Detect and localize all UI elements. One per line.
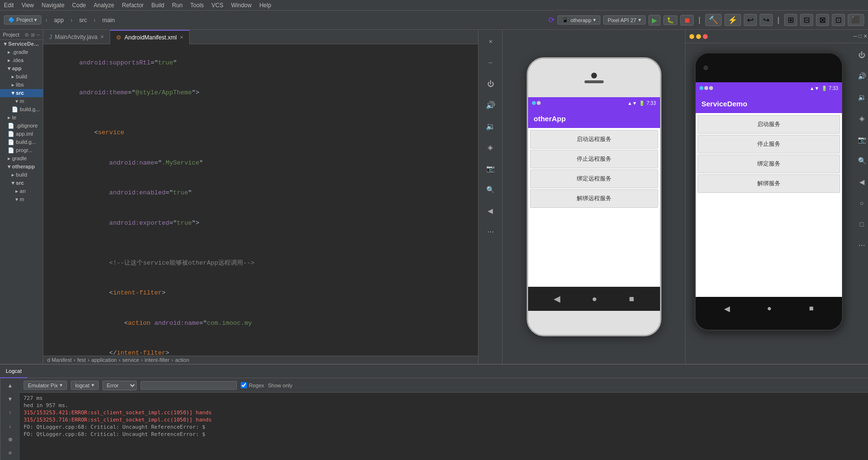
nav-home-left[interactable]: ●: [592, 294, 597, 304]
tab-mainactivity-close[interactable]: ✕: [100, 34, 104, 39]
layout-btn-5[interactable]: ⬛: [848, 14, 864, 26]
menu-tools[interactable]: Tools: [190, 2, 204, 9]
nav-recent-right[interactable]: ■: [809, 304, 814, 313]
emu-screenshot-btn-right[interactable]: 📷: [854, 132, 868, 147]
menu-help[interactable]: Help: [259, 2, 272, 9]
logcat-icon-5[interactable]: ⊗: [2, 434, 18, 445]
logcat-icon-1[interactable]: ▲: [2, 380, 18, 391]
emu-window-right[interactable]: [696, 34, 701, 39]
logcat-icon-2[interactable]: ▼: [2, 394, 18, 404]
emu-screenshot-btn-left[interactable]: 📷: [483, 161, 498, 176]
layout-btn-4[interactable]: ⊡: [832, 14, 845, 26]
sidebar-item-src[interactable]: ▾ src: [0, 89, 43, 97]
menu-build[interactable]: Build: [152, 2, 165, 9]
build-btn-3[interactable]: ↩: [744, 14, 757, 26]
src-path[interactable]: src: [76, 16, 90, 25]
sidebar-item-libs[interactable]: ▸ libs: [0, 81, 43, 89]
menu-view[interactable]: View: [22, 2, 34, 9]
stop-button[interactable]: ⏹: [680, 15, 694, 26]
debug-button[interactable]: 🐛: [663, 15, 677, 25]
layout-btn-2[interactable]: ⊟: [800, 14, 813, 26]
emu-vol-down-btn-right[interactable]: 🔉: [854, 89, 868, 105]
nav-back-right[interactable]: ◀: [724, 304, 730, 313]
sidebar-item-idea[interactable]: ▸ .idea: [0, 56, 43, 64]
main-path[interactable]: main: [99, 16, 117, 25]
project-selector[interactable]: 🔷 Project ▾: [4, 15, 41, 25]
sidebar-item-gradle[interactable]: ▸ .gradle: [0, 48, 43, 56]
emu-vol-down-btn-left[interactable]: 🔉: [483, 118, 498, 134]
sidebar-item-gradle2[interactable]: ▸ gradle: [0, 154, 43, 163]
logcat-search-input[interactable]: [141, 381, 237, 390]
emu-close-btn[interactable]: ✕: [483, 34, 498, 49]
phone-btn-start-remote[interactable]: 启动远程服务: [530, 130, 658, 149]
emu-back-btn-left[interactable]: ◀: [483, 203, 498, 218]
nav-home-right[interactable]: ●: [767, 304, 772, 313]
menu-window[interactable]: Window: [231, 2, 252, 9]
sidebar-item-gitignore[interactable]: 📄 .gitignore: [0, 122, 43, 130]
sidebar-item-buildg[interactable]: 📄 build.g...: [0, 138, 43, 146]
menu-run[interactable]: Run: [172, 2, 182, 9]
logcat-icon-4[interactable]: ↓: [2, 421, 18, 431]
menu-navigate[interactable]: Navigate: [41, 2, 64, 9]
phone-btn-stop-remote[interactable]: 停止远程服务: [530, 150, 658, 168]
emu-square-btn-right[interactable]: □: [854, 217, 868, 232]
emu-zoom-btn-left[interactable]: 🔍: [483, 182, 498, 197]
emu-vol-up-btn-left[interactable]: 🔊: [483, 97, 498, 113]
sidebar-item-build[interactable]: ▸ build: [0, 73, 43, 81]
phone-btn-stop-service[interactable]: 停止服务: [698, 135, 840, 153]
sidebar-item-src2[interactable]: ▾ src: [0, 179, 43, 187]
app-path[interactable]: app: [51, 16, 66, 25]
tab-logcat[interactable]: Logcat: [0, 365, 27, 378]
log-level-select[interactable]: Error Verbose Debug Info Warn: [103, 381, 137, 390]
layout-btn-3[interactable]: ⊠: [816, 14, 829, 26]
run-button[interactable]: ▶: [648, 15, 661, 26]
sidebar-item-an[interactable]: ▸ an: [0, 187, 43, 195]
emu-power-btn-right[interactable]: ⏻: [854, 47, 868, 63]
sidebar-item-te[interactable]: ▸ te: [0, 114, 43, 122]
emu-minimize-right[interactable]: [689, 34, 694, 39]
sidebar-layout-icon[interactable]: ⊞: [31, 32, 35, 38]
nav-back-left[interactable]: ◀: [554, 294, 560, 304]
sidebar-item-m1[interactable]: ▾ m: [0, 97, 43, 105]
emulator-selector[interactable]: Emulator Pix ▾: [24, 381, 67, 390]
regex-checkbox[interactable]: [241, 382, 247, 388]
emu-close-right[interactable]: [703, 34, 708, 39]
tab-androidmanifest[interactable]: ⚙ AndroidManifest.xml ✕: [110, 30, 190, 44]
menu-vcs[interactable]: VCS: [211, 2, 223, 9]
emu-rotate-btn-left[interactable]: ◈: [483, 140, 498, 155]
breadcrumb-action[interactable]: action: [175, 357, 189, 363]
emu-rotate-btn-right[interactable]: ◈: [854, 111, 868, 126]
sidebar-settings-icon[interactable]: ⚙: [25, 32, 29, 38]
phone-btn-bind-service[interactable]: 绑定服务: [698, 154, 840, 173]
emu-more-btn-left[interactable]: ⋯: [483, 224, 498, 240]
emu-more-btn-right[interactable]: ⋯: [854, 238, 868, 253]
editor-content[interactable]: android:supportsRtl="true" android:theme…: [43, 44, 478, 356]
nav-recent-left[interactable]: ■: [629, 294, 635, 304]
emu-power-btn-left[interactable]: ⏻: [483, 76, 498, 91]
emu-back-btn-right[interactable]: ◀: [854, 174, 868, 190]
sidebar-item-app[interactable]: ▾ app: [0, 64, 43, 73]
phone-btn-unbind-service[interactable]: 解绑服务: [698, 174, 840, 193]
logcat-icon-3[interactable]: ↑: [2, 407, 18, 418]
breadcrumb-fest[interactable]: fest: [77, 357, 86, 363]
device-selector[interactable]: Pixel API 27 ▾: [603, 15, 645, 25]
tab-mainactivity[interactable]: J MainActivity.java ✕: [43, 30, 110, 44]
phone-btn-bind-remote[interactable]: 绑定远程服务: [530, 169, 658, 188]
tab-manifest-close[interactable]: ✕: [180, 35, 183, 40]
breadcrumb-intent-filter[interactable]: intent-filter: [145, 357, 169, 363]
menu-code[interactable]: Code: [72, 2, 86, 9]
menu-analyze[interactable]: Analyze: [94, 2, 115, 9]
phone-btn-start-service[interactable]: 启动服务: [698, 115, 840, 134]
menu-edit[interactable]: Edit: [4, 2, 14, 9]
regex-checkbox-container[interactable]: Regex: [241, 382, 264, 388]
layout-btn-1[interactable]: ⊞: [784, 14, 797, 26]
emu-vol-up-btn-right[interactable]: 🔊: [854, 68, 868, 84]
sidebar-item-m2[interactable]: ▾ m: [0, 195, 43, 204]
phone-btn-unbind-remote[interactable]: 解绑远程服务: [530, 189, 658, 208]
sidebar-minimize-icon[interactable]: ─: [37, 32, 40, 38]
menu-refactor[interactable]: Refactor: [122, 2, 143, 9]
emu-zoom-btn-right[interactable]: 🔍: [854, 153, 868, 168]
breadcrumb-application[interactable]: application: [91, 357, 117, 363]
logcat-selector[interactable]: logcat ▾: [71, 381, 98, 390]
run-config-selector[interactable]: 📱 otherapp ▾: [557, 15, 600, 25]
